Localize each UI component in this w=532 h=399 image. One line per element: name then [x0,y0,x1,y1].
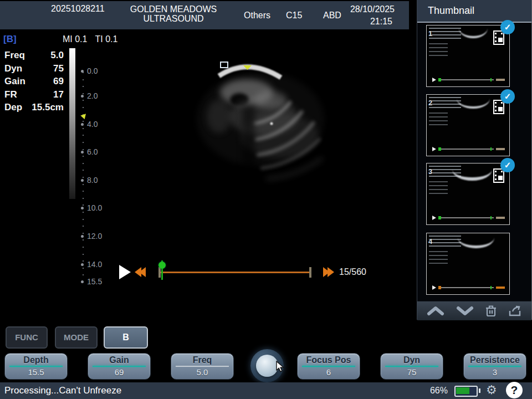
control-value: 15.5 [5,367,67,377]
selected-check-badge: ✓ [500,158,515,172]
param-row: Dep15.5cm [0,101,64,114]
gear-icon: ⚙ [486,383,497,397]
time: 21:15 [349,16,395,28]
tab-mode[interactable]: MODE [55,326,98,349]
control-underline [93,366,146,367]
param-value: 15.5cm [32,101,64,114]
chevron-up-icon [429,308,442,314]
thumbnail-header: Thumbnail [417,0,531,23]
thumb-counter [496,287,505,289]
param-row: Dyn75 [0,62,64,75]
selected-check-badge: ✓ [500,20,515,34]
exam-preset[interactable]: ABD [323,11,341,21]
control-value: 69 [88,367,150,377]
scroll-down-button[interactable] [456,305,474,316]
depth-tick: 15.5 [87,277,102,286]
thumb-play-icon [432,147,436,151]
focus-position-marker[interactable] [80,112,88,119]
dyn-control-button[interactable]: Dyn 75 [380,353,443,380]
selected-check-badge: ✓ [500,89,515,104]
slider-start-cap [158,267,161,278]
exam-type[interactable]: Others [244,11,270,21]
control-underline [176,366,229,367]
battery-icon [454,386,478,397]
fast-forward-icon [328,267,334,277]
thumbnail-item[interactable]: 3 ✓ [426,163,510,225]
thumb-counter [496,148,505,150]
tab-func[interactable]: FUNC [6,326,48,349]
cine-slider[interactable] [160,272,310,273]
focus-pos-control-button[interactable]: Focus Pos 6 [297,353,360,380]
battery-terminal [479,388,480,393]
facility-line1: GOLDEN MEADOWS [127,4,219,14]
thumb-counter [496,79,505,81]
thumb-playbar [432,285,505,290]
control-label: Gain [88,355,150,365]
ultrasound-app: 20251028211 GOLDEN MEADOWS ULTRASOUND Ot… [0,0,532,399]
control-underline [468,366,521,367]
thumb-slider [438,79,494,80]
mode-label: [B] [3,34,17,45]
acoustic-indices: MI 0.1TI 0.1 [63,34,125,44]
depth-ruler-minor-ticks [83,72,84,282]
thumb-ultrasound-arc [457,99,490,109]
rewind-button[interactable] [135,267,144,279]
orientation-marker-icon [221,62,228,68]
thumb-play-icon [432,216,436,220]
playhead-handle[interactable] [158,262,166,269]
tab-b-mode[interactable]: B [104,326,148,349]
freq-control-button[interactable]: Freq 5.0 [171,353,234,380]
depth-tick: 12.0 [87,232,102,241]
export-icon [510,306,520,315]
persistence-control-button[interactable]: Persistence 3 [463,353,526,380]
thumb-index: 1 [428,29,432,38]
top-bar: 20251028211 GOLDEN MEADOWS ULTRASOUND Ot… [0,1,409,29]
thumbnail-item[interactable]: 4 [426,233,510,295]
thumb-playbar [432,146,505,152]
thumb-index: 2 [428,99,432,107]
control-label: Focus Pos [298,355,360,365]
control-label: Persistence [464,355,526,365]
thumb-param-lines [429,251,448,265]
thumbnail-item[interactable]: 1 ✓ [426,25,510,87]
delete-button[interactable] [485,304,497,318]
patient-id: 20251028211 [51,4,105,14]
control-underline [9,366,63,367]
thumb-playbar [432,77,505,83]
date: 28/10/2025 [349,3,395,16]
gain-control-button[interactable]: Gain 69 [88,353,151,380]
image-parameter-list: Freq5.0 Dyn75 Gain69 FR17 Dep15.5cm [0,49,64,114]
thumb-ultrasound-arc [458,238,494,248]
help-button[interactable]: ? [506,382,523,398]
thumb-ultrasound-arc [452,170,492,181]
fast-forward-button[interactable] [323,267,332,279]
param-label: Freq [4,49,25,62]
chevron-down-icon [458,308,472,314]
thumb-text-lines [429,28,461,41]
settings-button[interactable]: ⚙ [486,383,497,397]
depth-tick: 0.0 [87,66,98,75]
param-value: 69 [53,75,64,88]
control-value: 5.0 [171,367,233,377]
param-row: Gain69 [0,75,64,88]
scroll-up-button[interactable] [426,305,445,316]
facility-name: GOLDEN MEADOWS ULTRASOUND [127,4,219,23]
control-underline [385,366,438,367]
depth-tick: 4.0 [87,120,98,129]
thumbnail-item[interactable]: 2 ✓ [426,94,510,156]
depth-tick: 10.0 [87,203,102,212]
probe-model[interactable]: C15 [286,11,302,21]
thumbnail-toolbar [417,301,531,320]
depth-tick: 6.0 [87,147,98,156]
control-value: 3 [464,367,526,377]
ultrasound-image [177,53,355,263]
depth-control-button[interactable]: Depth 15.5 [4,353,68,380]
trash-icon [486,306,496,316]
param-value: 17 [53,88,64,101]
thumb-slider [438,287,494,288]
export-button[interactable] [508,305,523,317]
control-label: Dyn [381,355,443,365]
thumb-slider [438,217,494,218]
datetime: 28/10/2025 21:15 [349,3,395,28]
play-button[interactable] [119,265,131,279]
